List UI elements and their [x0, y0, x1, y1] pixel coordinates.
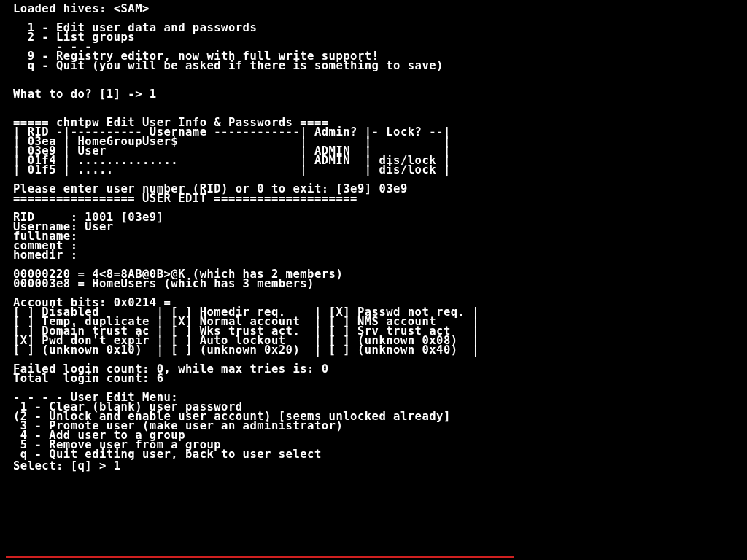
what-to-do-value: 1: [150, 88, 157, 101]
account-bits-row: [ ] (unknown 0x10) | [ ] (unknown 0x20) …: [13, 343, 479, 357]
rid-prompt-value: 03e9: [379, 182, 407, 195]
loaded-hives-line: Loaded hives: <SAM>: [13, 2, 150, 15]
what-to-do-prompt: What to do? [1] ->: [13, 88, 150, 101]
select-prompt-label: Select: [q] >: [13, 459, 114, 472]
total-login-count: Total login count: 6: [13, 372, 163, 385]
user-edit-header: ================= USER EDIT ============…: [13, 192, 357, 205]
highlight-underline-icon: [6, 556, 514, 558]
group-line: 000003e8 = HomeUsers (which has 3 member…: [13, 277, 314, 290]
menu-opt-q: q - Quit (you will be asked if there is …: [13, 59, 444, 72]
user-table-row: | 01f5 | ..... | | dis/lock |: [13, 163, 451, 176]
user-info-homedir: homedir :: [13, 249, 78, 262]
terminal-output: Loaded hives: <SAM> 1 - Edit user data a…: [0, 0, 747, 477]
select-prompt-input[interactable]: [114, 459, 131, 472]
